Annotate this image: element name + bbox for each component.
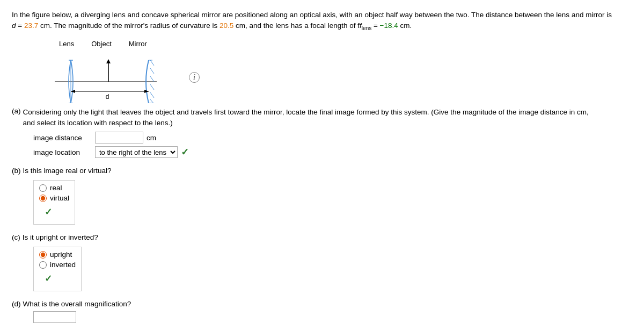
part-b-check-row: ✓: [39, 204, 69, 220]
part-b-content: real virtual ✓: [33, 178, 632, 225]
part-b-label: (b): [12, 167, 21, 175]
part-a-question: Considering only the light that leaves t…: [23, 107, 603, 129]
virtual-label: virtual: [50, 194, 69, 202]
svg-line-12: [150, 92, 154, 98]
svg-line-11: [150, 84, 154, 90]
upright-row: upright: [39, 250, 76, 259]
virtual-row: virtual: [39, 194, 69, 202]
inverted-radio[interactable]: [39, 261, 47, 269]
object-label: Object: [91, 40, 112, 48]
part-c-content: upright inverted ✓: [33, 245, 632, 291]
image-distance-unit: cm: [147, 134, 156, 142]
f-end: cm.: [398, 21, 412, 30]
svg-line-8: [150, 60, 154, 66]
image-location-label: image location: [33, 148, 95, 156]
part-d-content: [33, 311, 632, 323]
svg-marker-5: [106, 59, 111, 63]
f-subscript: lens: [362, 25, 371, 31]
section-d: (d) What is the overall magnification?: [12, 300, 632, 323]
section-b: (b) Is this image real or virtual? real …: [12, 167, 632, 225]
d-unit: cm. The magnitude of the mirror's radius…: [38, 21, 219, 30]
svg-line-10: [150, 76, 154, 82]
image-location-select[interactable]: to the right of the lens to the left of …: [95, 146, 178, 158]
section-a: (a) Considering only the light that leav…: [12, 107, 632, 159]
real-radio[interactable]: [39, 184, 47, 192]
d-label: d =: [12, 21, 24, 30]
lens-label: Lens: [59, 40, 74, 48]
part-a-check: ✓: [181, 146, 189, 158]
upright-radio[interactable]: [39, 251, 47, 259]
inverted-label: inverted: [50, 261, 76, 269]
image-distance-input[interactable]: [95, 132, 143, 143]
r-unit: cm, and the lens has a focal length of f: [233, 21, 360, 30]
svg-text:d: d: [106, 93, 109, 101]
upright-label: upright: [50, 250, 72, 259]
svg-line-9: [150, 68, 154, 74]
mirror-label: Mirror: [129, 40, 147, 48]
part-a-fields: image distance cm image location to the …: [33, 132, 632, 158]
part-d-question: What is the overall magnification?: [23, 300, 131, 308]
section-c: (c) Is it upright or inverted? upright i…: [12, 233, 632, 291]
real-row: real: [39, 184, 69, 192]
part-b-check: ✓: [45, 207, 52, 217]
f-value: −18.4: [380, 21, 398, 30]
part-c-question: Is it upright or inverted?: [23, 233, 98, 241]
intro-text-before: In the figure below, a diverging lens an…: [12, 11, 612, 19]
part-c-radio-group: upright inverted ✓: [33, 247, 82, 291]
image-distance-label: image distance: [33, 134, 95, 142]
d-value: 23.7: [24, 21, 38, 30]
magnification-input[interactable]: [33, 311, 76, 323]
part-c-label: (c): [12, 233, 20, 241]
image-distance-row: image distance cm: [33, 132, 632, 143]
part-b-question: Is this image real or virtual?: [23, 167, 112, 175]
info-button[interactable]: i: [189, 72, 200, 83]
intro-paragraph: In the figure below, a diverging lens an…: [12, 10, 624, 32]
part-d-label: (d): [12, 300, 21, 308]
part-a-label: (a): [12, 107, 21, 115]
diagram-area: Lens Object Mirror: [44, 40, 632, 102]
optics-diagram: d: [49, 49, 173, 103]
f-eq: =: [371, 21, 379, 30]
r-value: 20.5: [219, 21, 233, 30]
inverted-row: inverted: [39, 261, 76, 269]
virtual-radio[interactable]: [39, 195, 47, 202]
part-c-check-row: ✓: [39, 271, 76, 286]
svg-line-13: [150, 99, 153, 103]
part-c-check: ✓: [45, 274, 52, 284]
image-location-row: image location to the right of the lens …: [33, 146, 632, 158]
real-label: real: [50, 184, 62, 192]
part-b-radio-group: real virtual ✓: [33, 180, 75, 225]
